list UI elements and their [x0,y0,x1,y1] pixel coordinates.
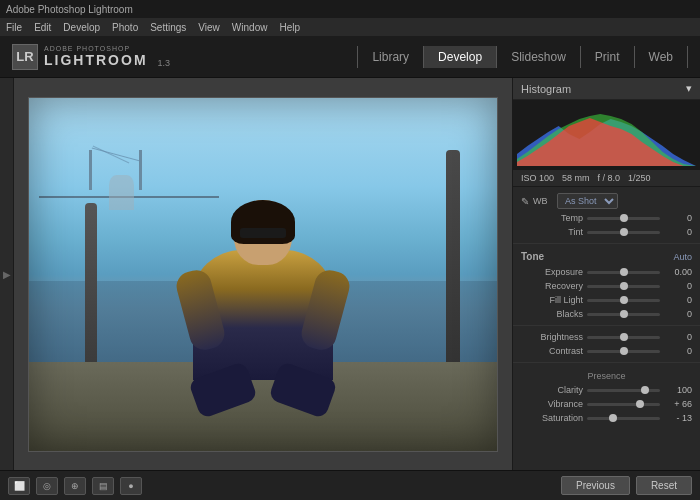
tint-label: Tint [521,227,583,237]
logo-text: ADOBE PHOTOSHOP LIGHTROOM 1.3 [44,45,170,68]
clarity-slider-row: Clarity 100 [513,383,700,397]
brightness-slider[interactable] [587,336,660,339]
pencil-icon[interactable]: ✎ [521,196,529,207]
menu-help[interactable]: Help [279,22,300,33]
exif-aperture: f / 8.0 [598,173,621,183]
menu-settings[interactable]: Settings [150,22,186,33]
crop-tool-button[interactable]: ⬜ [8,477,30,495]
tab-web[interactable]: Web [635,46,688,68]
photo-container [28,97,498,452]
white-balance-row: ✎ WB As Shot Auto Daylight Cloudy Custom [513,191,700,211]
menu-view[interactable]: View [198,22,220,33]
logo-top-text: ADOBE PHOTOSHOP [44,45,170,52]
histogram-header: Histogram ▾ [513,78,700,100]
tone-section-header: Tone Auto [513,248,700,265]
brightness-thumb[interactable] [620,333,628,341]
logo-bottom-text: LIGHTROOM [44,52,148,68]
nav-tabs: Library Develop Slideshow Print Web [357,46,688,68]
fill-light-slider[interactable] [587,299,660,302]
vibrance-slider[interactable] [587,403,660,406]
gradient-tool-button[interactable]: ▤ [92,477,114,495]
right-panel: Histogram ▾ ISO 100 58 mm f / 8.0 1/250 [512,78,700,470]
saturation-slider-row: Saturation - 13 [513,411,700,425]
wb-select[interactable]: As Shot Auto Daylight Cloudy Custom [557,193,618,209]
histogram-area [513,100,700,170]
fill-light-label: Fill Light [521,295,583,305]
tint-thumb[interactable] [620,228,628,236]
fill-light-value: 0 [664,295,692,305]
menu-edit[interactable]: Edit [34,22,51,33]
contrast-thumb[interactable] [620,347,628,355]
exposure-value: 0.00 [664,267,692,277]
exposure-slider[interactable] [587,271,660,274]
vibrance-value: + 66 [664,399,692,409]
header: LR ADOBE PHOTOSHOP LIGHTROOM 1.3 Library… [0,36,700,78]
logo-version: 1.3 [158,58,171,68]
clarity-thumb[interactable] [641,386,649,394]
redeye-tool-button[interactable]: ⊕ [64,477,86,495]
divider-3 [513,362,700,363]
brush-tool-button[interactable]: ● [120,477,142,495]
brightness-label: Brightness [521,332,583,342]
saturation-label: Saturation [521,413,583,423]
left-panel-arrow-icon: ▶ [3,269,11,280]
brightness-slider-row: Brightness 0 [513,330,700,344]
tone-auto-button[interactable]: Auto [673,252,692,262]
recovery-slider-row: Recovery 0 [513,279,700,293]
temp-slider[interactable] [587,217,660,220]
lr-badge: LR [12,44,38,70]
left-panel-toggle[interactable]: ▶ [0,78,14,470]
heal-tool-button[interactable]: ◎ [36,477,58,495]
contrast-label: Contrast [521,346,583,356]
exif-iso: ISO 100 [521,173,554,183]
blacks-thumb[interactable] [620,310,628,318]
main-layout: ▶ [0,78,700,470]
saturation-thumb[interactable] [609,414,617,422]
recovery-value: 0 [664,281,692,291]
fill-light-thumb[interactable] [620,296,628,304]
tint-slider[interactable] [587,231,660,234]
vibrance-slider-row: Vibrance + 66 [513,397,700,411]
recovery-slider[interactable] [587,285,660,288]
clarity-slider[interactable] [587,389,660,392]
blacks-slider[interactable] [587,313,660,316]
reset-button[interactable]: Reset [636,476,692,495]
vibrance-label: Vibrance [521,399,583,409]
blacks-slider-row: Blacks 0 [513,307,700,321]
histogram-chart [517,104,696,166]
exposure-thumb[interactable] [620,268,628,276]
exif-shutter: 1/250 [628,173,651,183]
contrast-value: 0 [664,346,692,356]
menu-window[interactable]: Window [232,22,268,33]
histogram-collapse-icon[interactable]: ▾ [686,82,692,95]
previous-button[interactable]: Previous [561,476,630,495]
tint-slider-row: Tint 0 [513,225,700,239]
temp-thumb[interactable] [620,214,628,222]
contrast-slider[interactable] [587,350,660,353]
exposure-label: Exposure [521,267,583,277]
recovery-thumb[interactable] [620,282,628,290]
tab-library[interactable]: Library [357,46,424,68]
photo-vignette [29,98,497,451]
exif-focal: 58 mm [562,173,590,183]
saturation-slider[interactable] [587,417,660,420]
divider-2 [513,325,700,326]
bottom-right-buttons: Previous Reset [561,476,692,495]
tab-print[interactable]: Print [581,46,635,68]
title-bar: Adobe Photoshop Lightroom [0,0,700,18]
menu-photo[interactable]: Photo [112,22,138,33]
fill-light-slider-row: Fill Light 0 [513,293,700,307]
menu-develop[interactable]: Develop [63,22,100,33]
vibrance-thumb[interactable] [636,400,644,408]
divider-1 [513,243,700,244]
menu-file[interactable]: File [6,22,22,33]
temp-value: 0 [664,213,692,223]
recovery-label: Recovery [521,281,583,291]
blacks-value: 0 [664,309,692,319]
exif-bar: ISO 100 58 mm f / 8.0 1/250 [513,170,700,187]
tab-slideshow[interactable]: Slideshow [497,46,581,68]
tab-develop[interactable]: Develop [424,46,497,68]
menu-bar: File Edit Develop Photo Settings View Wi… [0,18,700,36]
logo-area: LR ADOBE PHOTOSHOP LIGHTROOM 1.3 [12,44,170,70]
temp-slider-row: Temp 0 [513,211,700,225]
